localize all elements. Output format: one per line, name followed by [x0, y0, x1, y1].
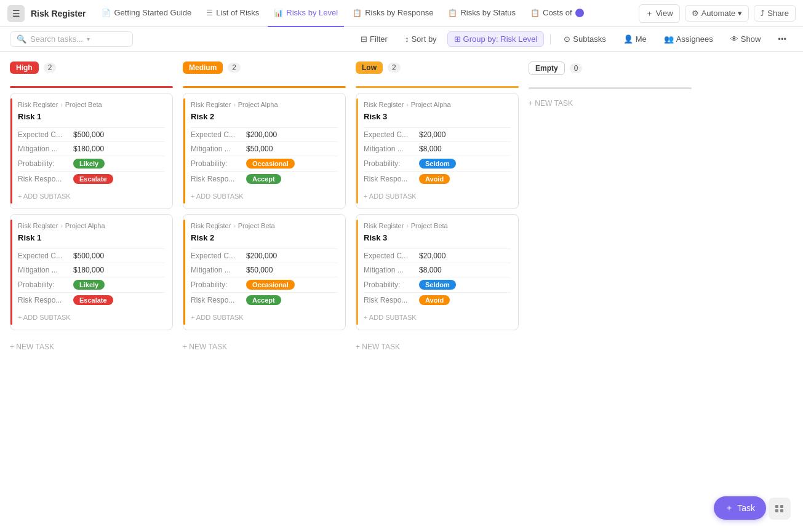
card-field-label: Expected C...: [364, 130, 419, 139]
card-field-label: Expected C...: [364, 252, 419, 260]
grid-view-button[interactable]: [769, 498, 791, 520]
status-badge-medium: Medium: [183, 62, 223, 74]
card-field: Risk Respo...Accept: [191, 171, 338, 186]
card-field-label: Expected C...: [191, 130, 246, 139]
tab-list-of-risks[interactable]: ☰ List of Risks: [200, 0, 265, 27]
card-field-pill: Likely: [73, 280, 105, 290]
show-label: Show: [741, 34, 761, 44]
card-field: Probability:Likely: [18, 277, 165, 292]
breadcrumb-project: Risk Register: [364, 101, 404, 108]
card-field-label: Mitigation ...: [191, 145, 246, 153]
card-field: Expected C...$200,000: [191, 127, 338, 141]
risks-level-icon: 📊: [274, 9, 283, 17]
task-card[interactable]: Risk Register › Project AlphaRisk 3Expec…: [356, 93, 519, 209]
tab-getting-started[interactable]: 📄 Getting Started Guide: [95, 0, 198, 27]
assignees-button[interactable]: 👥 Assignees: [657, 31, 720, 47]
task-card[interactable]: Risk Register › Project AlphaRisk 2Expec…: [183, 93, 346, 209]
card-field: Risk Respo...Avoid: [364, 292, 511, 308]
show-button[interactable]: 👁 Show: [724, 31, 768, 47]
tab-risks-by-level[interactable]: 📊 Risks by Level: [268, 0, 344, 27]
tab-risks-by-response[interactable]: 📋 Risks by Response: [346, 0, 439, 27]
card-field-label: Mitigation ...: [364, 266, 419, 274]
card-field-label: Expected C...: [18, 252, 73, 260]
card-field-label: Risk Respo...: [364, 296, 419, 304]
task-card[interactable]: Risk Register › Project BetaRisk 2Expect…: [183, 214, 346, 330]
card-field-label: Probability:: [18, 280, 73, 289]
new-task-medium[interactable]: + NEW TASK: [183, 340, 346, 354]
card-field: Mitigation ...$50,000: [191, 263, 338, 277]
tab-costs-of[interactable]: 📋 Costs of: [524, 0, 590, 27]
add-subtask-button[interactable]: + ADD SUBTASK: [191, 191, 338, 201]
card-field-value: $20,000: [419, 130, 445, 139]
card-field-value: $8,000: [419, 266, 442, 274]
card-breadcrumb: Risk Register › Project Alpha: [364, 101, 511, 108]
column-line-medium: [183, 86, 346, 88]
column-header-medium: Medium2: [183, 62, 346, 79]
group-by-button[interactable]: ⊞ Group by: Risk Level: [447, 31, 545, 47]
card-field-pill: Seldom: [419, 159, 456, 169]
card-field-label: Expected C...: [191, 252, 246, 260]
new-task-low[interactable]: + NEW TASK: [356, 340, 519, 354]
task-card[interactable]: Risk Register › Project AlphaRisk 1Expec…: [10, 214, 173, 330]
card-field-value: $20,000: [419, 252, 445, 260]
filter-button[interactable]: ⊟ Filter: [354, 31, 394, 47]
add-subtask-button[interactable]: + ADD SUBTASK: [18, 312, 165, 322]
me-button[interactable]: 👤 Me: [617, 31, 653, 47]
fab-plus-icon: ＋: [725, 502, 733, 514]
add-subtask-button[interactable]: + ADD SUBTASK: [18, 191, 165, 201]
add-task-fab[interactable]: ＋ Task: [714, 496, 766, 520]
add-subtask-button[interactable]: + ADD SUBTASK: [364, 191, 511, 201]
view-icon: ＋: [645, 8, 653, 19]
column-header-empty: Empty0: [529, 62, 692, 80]
card-field-label: Probability:: [18, 159, 73, 168]
card-breadcrumb: Risk Register › Project Alpha: [18, 222, 165, 229]
card-field: Probability:Occasional: [191, 156, 338, 171]
filter-label: Filter: [370, 34, 388, 44]
card-field-label: Risk Respo...: [364, 175, 419, 183]
sort-label: Sort by: [411, 34, 436, 44]
tab-risks-by-status[interactable]: 📋 Risks by Status: [442, 0, 522, 27]
card-breadcrumb: Risk Register › Project Beta: [18, 101, 165, 108]
costs-label: Costs of: [543, 8, 572, 17]
new-task-high[interactable]: + NEW TASK: [10, 340, 173, 354]
card-title: Risk 3: [364, 112, 511, 121]
risks-status-label: Risks by Status: [460, 8, 516, 17]
more-options-button[interactable]: •••: [771, 31, 793, 47]
breadcrumb-arrow-icon: ›: [60, 101, 62, 108]
task-card[interactable]: Risk Register › Project BetaRisk 1Expect…: [10, 93, 173, 209]
card-field-label: Risk Respo...: [18, 175, 73, 183]
subtasks-button[interactable]: ⊙ Subtasks: [557, 31, 612, 47]
card-field-label: Probability:: [364, 159, 419, 168]
card-field-label: Mitigation ...: [191, 266, 246, 274]
card-field-label: Probability:: [191, 159, 246, 168]
breadcrumb-arrow-icon: ›: [406, 223, 408, 229]
show-icon: 👁: [730, 34, 738, 44]
search-box[interactable]: 🔍 Search tasks... ▾: [10, 31, 133, 47]
card-field: Risk Respo...Accept: [191, 292, 338, 308]
card-field-pill: Likely: [73, 159, 105, 169]
sort-button[interactable]: ↕ Sort by: [398, 31, 444, 47]
app-icon: ☰: [7, 5, 25, 22]
task-card[interactable]: Risk Register › Project BetaRisk 3Expect…: [356, 214, 519, 330]
board: High2Risk Register › Project BetaRisk 1E…: [0, 52, 803, 532]
card-field-value: $200,000: [246, 252, 277, 260]
card-field-label: Probability:: [364, 280, 419, 289]
breadcrumb-arrow-icon: ›: [60, 223, 62, 229]
card-field-pill: Accept: [246, 174, 281, 184]
column-header-low: Low2: [356, 62, 519, 79]
card-breadcrumb: Risk Register › Project Beta: [364, 222, 511, 229]
card-field: Risk Respo...Escalate: [18, 171, 165, 186]
add-subtask-button[interactable]: + ADD SUBTASK: [364, 312, 511, 322]
card-field-label: Mitigation ...: [18, 266, 73, 274]
assignees-icon: 👥: [664, 34, 674, 44]
new-task-empty[interactable]: + NEW TASK: [529, 94, 692, 113]
automate-chevron-icon: [738, 9, 742, 18]
card-field-pill: Accept: [246, 295, 281, 305]
add-subtask-button[interactable]: + ADD SUBTASK: [191, 312, 338, 322]
view-button[interactable]: ＋ View: [639, 4, 680, 23]
card-field: Probability:Seldom: [364, 156, 511, 171]
card-field: Probability:Likely: [18, 156, 165, 171]
list-risks-icon: ☰: [206, 9, 213, 17]
automate-button[interactable]: ⚙ Automate: [685, 5, 749, 22]
share-button[interactable]: ⤴ Share: [754, 5, 796, 22]
